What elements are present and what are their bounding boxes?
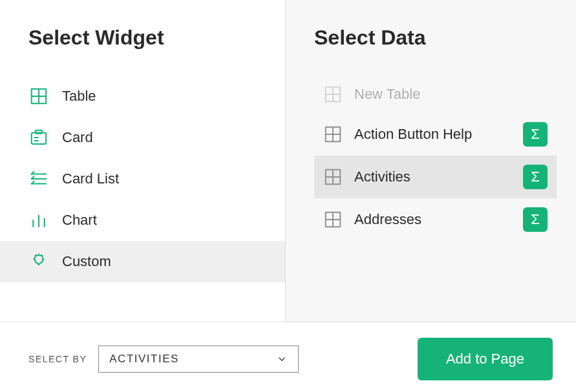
select-by-value: ACTIVITIES [109,353,179,366]
data-item-label: Action Button Help [354,126,511,143]
data-item-label: Addresses [354,211,511,228]
cardlist-icon [28,169,49,189]
table-icon [28,86,49,107]
custom-icon [28,251,49,272]
sigma-icon[interactable]: Σ [523,207,548,232]
widget-item-label: Custom [62,253,111,270]
widget-item-label: Chart [62,212,97,229]
data-item-label: New Table [354,86,548,103]
data-list: New TableAction Button HelpΣActivitiesΣA… [286,76,576,241]
sigma-icon[interactable]: Σ [523,165,548,189]
widget-item-card-list[interactable]: Card List [0,158,285,200]
widget-item-custom[interactable]: Custom [0,241,285,282]
data-item-addresses[interactable]: AddressesΣ [314,198,557,241]
table-icon [323,210,343,229]
widget-item-table[interactable]: Table [0,76,285,117]
sigma-icon[interactable]: Σ [523,122,548,147]
chart-icon [28,210,49,231]
table-icon [323,125,343,144]
widget-item-label: Card [62,129,93,146]
add-to-page-button[interactable]: Add to Page [418,338,553,380]
data-item-activities[interactable]: ActivitiesΣ [314,156,557,198]
select-by-dropdown[interactable]: ACTIVITIES [98,346,299,373]
footer: SELECT BY ACTIVITIES Add to Page [0,322,576,392]
widget-item-chart[interactable]: Chart [0,200,285,241]
data-item-action-button-help[interactable]: Action Button HelpΣ [314,113,557,156]
table-icon [323,85,343,104]
select-data-title: Select Data [286,26,576,76]
widget-item-card[interactable]: Card [0,117,285,158]
data-item-new-table: New Table [314,76,557,113]
select-widget-panel: Select Widget TableCardCard ListChartCus… [0,0,286,322]
widget-item-label: Table [62,88,96,105]
card-icon [28,127,49,148]
table-icon [323,167,343,187]
svg-rect-3 [32,133,47,145]
widget-item-label: Card List [62,170,119,187]
select-widget-title: Select Widget [0,26,285,76]
widget-list: TableCardCard ListChartCustom [0,76,285,282]
select-by-label: SELECT BY [28,354,87,364]
data-item-label: Activities [354,169,511,185]
select-data-panel: Select Data New TableAction Button HelpΣ… [286,0,576,322]
svg-rect-4 [36,130,42,134]
chevron-down-icon [276,353,288,365]
